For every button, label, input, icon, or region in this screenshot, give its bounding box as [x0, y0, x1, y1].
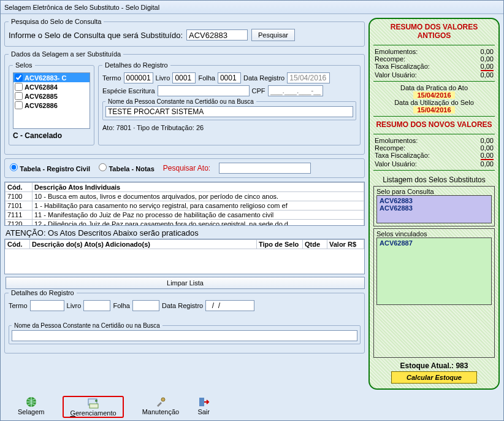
- emol-label: Emolumentos:: [375, 48, 418, 55]
- valu-value: 0,00: [481, 71, 494, 79]
- toolbar-label: Gerenciamento: [70, 409, 116, 417]
- n-recompe-value: 0,00: [481, 144, 494, 152]
- svg-rect-2: [90, 404, 98, 408]
- radio-civil[interactable]: Tabela - Registro Civil: [10, 163, 90, 173]
- radio-notas[interactable]: Tabela - Notas: [99, 163, 155, 173]
- table-row[interactable]: 71011 - Habilitação para casamento no se…: [6, 201, 364, 210]
- data-util-value: 15/04/2016: [413, 106, 454, 114]
- livro2-input[interactable]: [83, 300, 110, 311]
- toolbar-sair[interactable]: Sair: [197, 396, 210, 418]
- termo-input[interactable]: [124, 72, 153, 83]
- search-label: Informe o Selo de Consulta que será Subs…: [9, 31, 183, 40]
- selo-item[interactable]: ACV62885: [13, 91, 90, 101]
- termo-label: Termo: [102, 74, 121, 82]
- n-recompe-label: Recompe:: [375, 144, 405, 152]
- table-row[interactable]: 710010 - Busca em autos, livros e docume…: [6, 192, 364, 201]
- recompe-value: 0,00: [481, 55, 494, 63]
- exit-icon: [197, 396, 210, 408]
- right-summary-panel: RESUMO DOS VALORES ANTIGOS Emolumentos:0…: [368, 18, 500, 390]
- taxa-value: 0,00: [481, 63, 494, 71]
- col-cod: Cód.: [6, 183, 32, 192]
- window-title: Selagem Eletrônica de Selo Substituto - …: [1, 1, 503, 14]
- toolbar-selagem[interactable]: Selagem: [18, 396, 44, 418]
- svg-rect-5: [199, 398, 204, 406]
- selo-item[interactable]: ACV62883- C: [13, 73, 90, 82]
- globe-icon: [25, 396, 37, 408]
- consulta-item: ACV62883: [380, 204, 489, 212]
- data-util-label: Data da Utilização do Selo: [373, 99, 495, 106]
- nome2-fieldset: Nome da Pessoa Constante na Certidão ou …: [9, 322, 361, 344]
- nome-input[interactable]: [105, 106, 353, 117]
- search-legend: Pesquisa do Selo de Consulta: [9, 18, 104, 25]
- consulta-item: ACV62883: [380, 197, 489, 204]
- vinc-label: Selos vinculados: [376, 230, 492, 238]
- n-valu-label: Valor Usuário:: [375, 160, 417, 168]
- tools-icon: [155, 396, 167, 408]
- selo-item[interactable]: ACV62884: [13, 82, 90, 91]
- nome-fieldset: Nome da Pessoa Constante na Certidão ou …: [102, 98, 356, 120]
- selo-label: ACV62884: [25, 83, 58, 91]
- dreg-label: Data Registro: [243, 74, 284, 82]
- atos-grid[interactable]: Cód.Descrição Atos Individuais 710010 - …: [4, 182, 365, 226]
- recompe-label: Recompe:: [375, 55, 405, 63]
- pesquisar-ato-label: Pesquisar Ato:: [163, 164, 210, 172]
- search-input[interactable]: [186, 29, 248, 41]
- vinc-list[interactable]: ACV62887: [376, 238, 492, 305]
- toolbar-manutencao[interactable]: Manutenção: [142, 396, 180, 418]
- radio-civil-input[interactable]: [10, 163, 18, 171]
- data-pratica-label: Data da Pratica do Ato: [373, 84, 495, 91]
- selo-item[interactable]: ACV62886: [13, 101, 90, 110]
- col-valor: Valor R$: [327, 240, 364, 249]
- limpar-lista-button[interactable]: Limpar Lista: [6, 277, 365, 289]
- table-row[interactable]: 711111 - Manifestação do Juiz de Paz no …: [6, 210, 364, 220]
- svg-point-4: [161, 398, 165, 401]
- search-button[interactable]: Pesquisar: [251, 29, 295, 41]
- toolbar-label: Manutenção: [142, 408, 180, 415]
- selo-label: ACV62883- C: [25, 74, 66, 82]
- consulta-list[interactable]: ACV62883 ACV62883: [376, 195, 492, 223]
- selo-checkbox[interactable]: [15, 101, 23, 109]
- toolbar-gerenciamento[interactable]: Gerenciamento: [63, 396, 123, 418]
- especie-label: Espécie Escritura: [102, 87, 155, 95]
- pesquisar-ato-input[interactable]: [219, 163, 311, 174]
- manage-icon: [87, 397, 99, 409]
- dreg2-label: Data Registro: [162, 302, 203, 309]
- data-pratica-value: 15/04/2016: [413, 91, 454, 99]
- folha2-label: Folha: [113, 302, 130, 309]
- cpf-input[interactable]: [268, 85, 323, 96]
- selos-list[interactable]: ACV62883- C ACV62884 ACV62885 ACV62886: [13, 72, 90, 129]
- emol-value: 0,00: [481, 48, 494, 55]
- dreg2-input[interactable]: [205, 300, 254, 311]
- bottom-toolbar: Selagem Gerenciamento Manutenção Sair: [1, 395, 503, 420]
- antigos-title: RESUMO DOS VALORES ANTIGOS: [373, 23, 495, 40]
- cpf-label: CPF: [252, 87, 265, 95]
- taxa-label: Taxa Fiscalização:: [375, 63, 430, 71]
- n-emol-label: Emolumentos:: [375, 137, 418, 144]
- termo2-input[interactable]: [30, 300, 64, 311]
- ato-info: Ato: 7801 · Tipo de Tributação: 26: [102, 124, 356, 131]
- valu-label: Valor Usuário:: [375, 71, 417, 79]
- selo-checkbox[interactable]: [15, 74, 23, 82]
- col-desc: Descrição Atos Individuais: [32, 183, 364, 192]
- selo-label: ACV62886: [25, 102, 58, 109]
- col-cod2: Cód.: [6, 240, 30, 249]
- radio-notas-input[interactable]: [99, 163, 107, 171]
- dreg-input[interactable]: [287, 72, 330, 83]
- detalhes-legend: Detalhes do Registro: [102, 61, 170, 69]
- termo2-label: Termo: [9, 302, 28, 309]
- livro2-label: Livro: [67, 302, 82, 309]
- livro-input[interactable]: [172, 72, 196, 83]
- selo-checkbox[interactable]: [15, 83, 23, 91]
- calcular-estoque-button[interactable]: Calcular Estoque: [391, 371, 477, 384]
- folha2-input[interactable]: [132, 300, 159, 311]
- folha-input[interactable]: [218, 72, 241, 83]
- nome2-input[interactable]: [12, 330, 357, 341]
- livro-label: Livro: [156, 74, 170, 82]
- selected-atos-grid[interactable]: Cód. Descrição do(s) Ato(s) Adicionado(s…: [4, 239, 365, 274]
- n-taxa-value: 0,00: [481, 152, 494, 160]
- table-row[interactable]: 712012 - Diligência do Juiz de Paz para …: [6, 220, 364, 226]
- toolbar-label: Selagem: [18, 408, 44, 415]
- especie-input[interactable]: [158, 85, 250, 96]
- selo-checkbox[interactable]: [15, 92, 23, 100]
- svg-point-3: [95, 400, 97, 402]
